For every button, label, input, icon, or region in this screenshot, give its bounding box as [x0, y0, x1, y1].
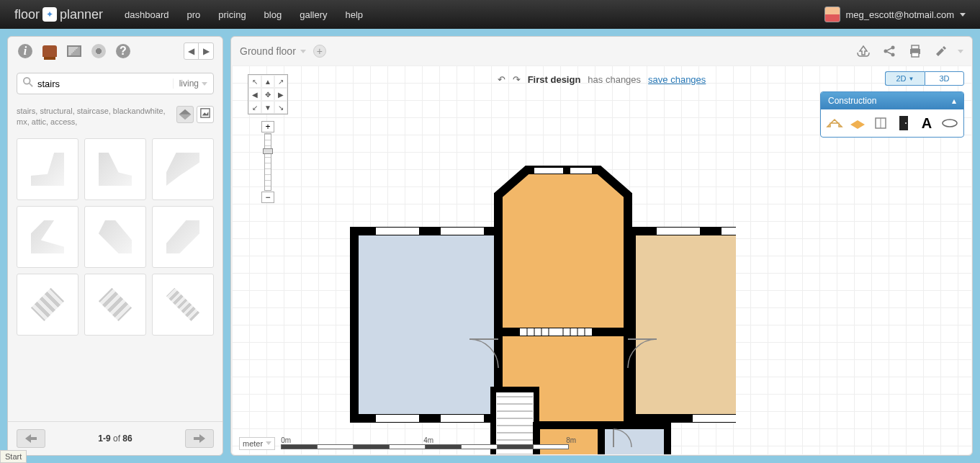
logo-text-left: floor — [14, 7, 40, 22]
save-changes-link[interactable]: save changes — [648, 74, 706, 85]
canvas-area: Ground floor + ↶ — [230, 36, 973, 456]
app-logo[interactable]: floor ✦ planner — [14, 7, 103, 22]
asset-item[interactable] — [152, 138, 214, 200]
pan-center-button[interactable]: ✥ — [261, 88, 274, 101]
share-button[interactable] — [880, 42, 899, 60]
asset-item[interactable] — [84, 206, 146, 268]
chevron-down-icon — [202, 82, 207, 86]
asset-item[interactable] — [17, 206, 78, 268]
panel-header[interactable]: Construction ▴ — [821, 92, 963, 109]
asset-item[interactable] — [152, 274, 214, 336]
svg-rect-45 — [441, 415, 484, 422]
category-label: living — [179, 78, 199, 89]
zoom-slider[interactable] — [264, 133, 271, 191]
view-2d-toggle[interactable] — [197, 106, 214, 123]
design-name: First design — [528, 74, 581, 85]
svg-line-1 — [30, 84, 32, 86]
pan-w-button[interactable]: ◀ — [248, 88, 261, 101]
svg-marker-3 — [202, 112, 209, 115]
zoom-out-button[interactable]: − — [261, 192, 274, 203]
svg-line-7 — [887, 48, 891, 50]
add-floor-button[interactable]: + — [313, 45, 326, 58]
floor-plan[interactable] — [289, 130, 736, 454]
svg-point-16 — [943, 120, 957, 127]
svg-rect-18 — [354, 231, 498, 418]
history-forward-button[interactable]: ▶ — [199, 43, 213, 59]
asset-item[interactable] — [152, 206, 214, 268]
scale-label: 0m — [281, 436, 291, 444]
redo-button[interactable]: ↷ — [513, 74, 521, 85]
asset-item[interactable] — [84, 138, 146, 200]
chevron-down-icon — [960, 13, 966, 17]
svg-rect-11 — [912, 53, 919, 57]
nav-pro[interactable]: pro — [187, 9, 201, 20]
canvas-toolbar: Ground floor + — [231, 37, 972, 66]
door-tool[interactable] — [894, 114, 913, 132]
start-button[interactable]: Start — [0, 450, 27, 463]
pan-s-button[interactable]: ▼ — [261, 101, 274, 114]
svg-marker-17 — [498, 170, 628, 332]
upload-button[interactable] — [854, 42, 873, 60]
search-input[interactable] — [37, 78, 173, 89]
sidebar-toolbar: i ? ◀ ▶ — [8, 37, 222, 66]
settings-button[interactable] — [932, 42, 950, 60]
logo-text-right: planner — [60, 7, 103, 22]
print-button[interactable] — [906, 42, 925, 60]
view-2d-button[interactable]: 2D ▼ — [885, 71, 925, 86]
pan-n-button[interactable]: ▲ — [261, 75, 274, 88]
zoom-handle[interactable] — [263, 148, 273, 154]
svg-point-6 — [891, 53, 895, 57]
user-menu[interactable]: meg_escott@hotmail.com — [824, 6, 966, 22]
floor-select[interactable]: Ground floor — [240, 45, 306, 57]
pan-e-button[interactable]: ▶ — [274, 88, 287, 101]
chevron-down-icon — [300, 50, 306, 53]
pan-nw-button[interactable]: ↖ — [248, 75, 261, 88]
image-button[interactable] — [66, 42, 83, 60]
text-tool[interactable]: A — [917, 114, 936, 132]
info-button[interactable]: i — [17, 42, 34, 60]
furniture-button[interactable] — [41, 42, 58, 60]
svg-rect-46 — [693, 415, 736, 422]
chevron-down-icon[interactable] — [958, 50, 963, 53]
pan-ne-button[interactable]: ↗ — [274, 75, 287, 88]
tools-button[interactable] — [90, 42, 107, 60]
collapse-icon: ▴ — [952, 96, 956, 106]
asset-item[interactable] — [17, 138, 78, 200]
svg-rect-42 — [657, 228, 700, 235]
nav-pricing[interactable]: pricing — [218, 9, 246, 20]
page-next-button[interactable] — [185, 429, 214, 448]
view-3d-toggle[interactable] — [176, 106, 194, 123]
category-select[interactable]: living — [173, 78, 207, 89]
surface-tool[interactable] — [848, 114, 867, 132]
unit-select[interactable]: meter — [239, 437, 275, 450]
wall-tool[interactable] — [825, 114, 844, 132]
search-tags: stairs, structural, staircase, blackandw… — [17, 106, 171, 128]
history-back-button[interactable]: ◀ — [184, 43, 199, 59]
pagination: 1-9 of 86 — [8, 421, 222, 455]
nav-gallery[interactable]: gallery — [300, 9, 327, 20]
nav-help[interactable]: help — [345, 9, 363, 20]
asset-item[interactable] — [17, 274, 78, 336]
window-tool[interactable] — [871, 114, 890, 132]
asset-item[interactable] — [84, 274, 146, 336]
canvas[interactable]: ↶ ↷ First design has changes save change… — [232, 66, 971, 454]
page-prev-button[interactable] — [17, 429, 45, 448]
undo-button[interactable]: ↶ — [498, 74, 505, 85]
scale-bar — [281, 444, 576, 450]
canvas-status-bar: ↶ ↷ First design has changes save change… — [498, 74, 706, 85]
sidebar: i ? ◀ ▶ living stairs, s — [7, 36, 223, 456]
chevron-down-icon — [266, 441, 271, 445]
svg-rect-32 — [599, 426, 667, 454]
svg-rect-38 — [376, 228, 419, 235]
help-button[interactable]: ? — [114, 42, 132, 60]
dimension-tool[interactable] — [940, 114, 959, 132]
construction-panel: Construction ▴ A — [820, 91, 964, 138]
zoom-in-button[interactable]: + — [261, 121, 274, 132]
pan-se-button[interactable]: ↘ — [274, 101, 287, 114]
view-3d-button[interactable]: 3D — [925, 71, 964, 86]
nav-blog[interactable]: blog — [264, 9, 282, 20]
nav-dashboard[interactable]: dashboard — [125, 9, 168, 20]
pan-sw-button[interactable]: ↙ — [248, 101, 261, 114]
unit-label: meter — [243, 439, 263, 448]
units-bar: meter 0m 4m 8m — [239, 436, 576, 450]
